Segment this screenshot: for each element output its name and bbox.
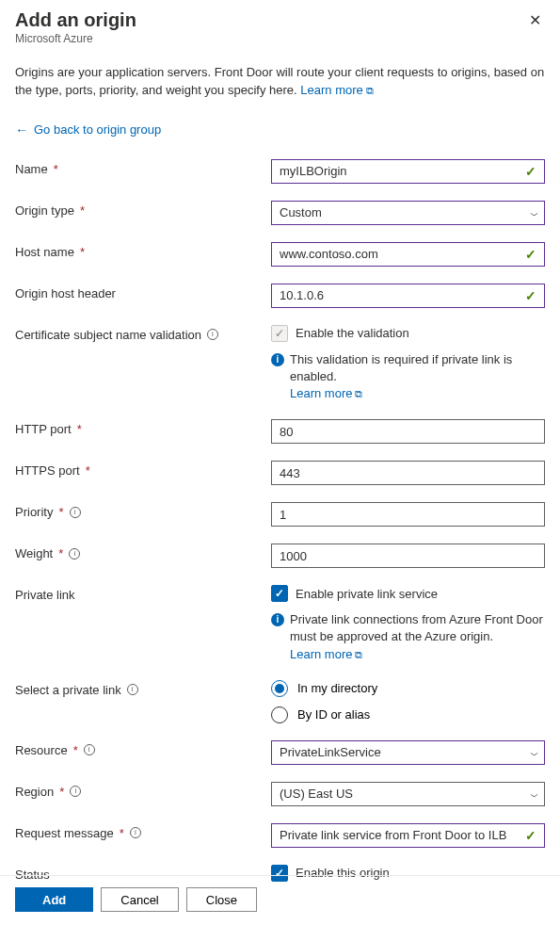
check-icon: ✓ — [525, 828, 536, 843]
info-icon[interactable]: i — [207, 329, 218, 340]
check-icon: ✓ — [525, 164, 536, 179]
arrow-left-icon: ← — [15, 122, 28, 138]
name-input[interactable]: myILBOrigin✓ — [271, 159, 545, 184]
weight-input[interactable]: 1000 — [271, 544, 545, 568]
info-circle-icon: i — [271, 613, 284, 626]
info-icon[interactable]: i — [69, 548, 80, 560]
resource-select[interactable]: PrivateLinkService⌵ — [271, 740, 545, 765]
select-private-link-label: Select a private link — [15, 683, 121, 697]
chevron-down-icon: ⌵ — [530, 207, 538, 218]
close-icon[interactable]: ✕ — [525, 9, 545, 32]
panel-subtitle: Microsoft Azure — [15, 32, 136, 45]
radio-in-my-directory[interactable]: In my directory — [271, 680, 545, 697]
chevron-down-icon: ⌵ — [530, 788, 538, 799]
name-label: Name — [15, 162, 48, 176]
validation-info-text: This validation is required if private l… — [290, 352, 512, 383]
origin-host-header-input[interactable]: 10.1.0.6✓ — [271, 284, 545, 308]
origin-type-select[interactable]: Custom⌵ — [271, 201, 545, 225]
cancel-button[interactable]: Cancel — [101, 887, 178, 912]
back-to-origin-group-link[interactable]: ← Go back to origin group — [15, 122, 161, 138]
cert-validation-label: Certificate subject name validation — [15, 328, 201, 342]
host-name-label: Host name — [15, 245, 74, 259]
external-link-icon: ⧉ — [355, 388, 362, 399]
external-link-icon: ⧉ — [366, 85, 374, 96]
https-port-input[interactable]: 443 — [271, 461, 545, 485]
region-label: Region — [15, 785, 54, 799]
http-port-input[interactable]: 80 — [271, 419, 545, 444]
chevron-down-icon: ⌵ — [530, 747, 538, 757]
info-icon[interactable]: i — [70, 786, 81, 797]
info-icon[interactable]: i — [127, 684, 138, 695]
add-button[interactable]: Add — [15, 887, 93, 912]
panel-title: Add an origin — [15, 9, 136, 31]
check-icon: ✓ — [525, 247, 536, 262]
enable-private-link-checkbox[interactable]: ✓ — [271, 585, 288, 602]
request-message-label: Request message — [15, 826, 114, 840]
learn-more-link[interactable]: Learn more⧉ — [300, 83, 373, 97]
request-message-input[interactable]: Private link service from Front Door to … — [271, 823, 545, 848]
private-link-learn-more-link[interactable]: Learn more⧉ — [290, 647, 362, 661]
radio-by-id-or-alias[interactable]: By ID or alias — [271, 706, 545, 723]
origin-type-label: Origin type — [15, 203, 74, 218]
enable-validation-checkbox[interactable]: ✓ — [271, 325, 288, 342]
origin-host-header-label: Origin host header — [15, 286, 116, 300]
private-link-info-text: Private link connections from Azure Fron… — [290, 612, 543, 643]
weight-label: Weight — [15, 546, 53, 560]
region-select[interactable]: (US) East US⌵ — [271, 782, 545, 806]
info-circle-icon: i — [271, 353, 284, 366]
priority-input[interactable]: 1 — [271, 502, 545, 527]
close-button[interactable]: Close — [186, 887, 257, 912]
host-name-input[interactable]: www.contoso.com✓ — [271, 242, 545, 267]
http-port-label: HTTP port — [15, 422, 72, 436]
https-port-label: HTTPS port — [15, 463, 80, 478]
info-icon[interactable]: i — [130, 827, 141, 838]
validation-learn-more-link[interactable]: Learn more⧉ — [290, 386, 362, 400]
info-icon[interactable]: i — [70, 507, 81, 518]
enable-validation-label: Enable the validation — [296, 326, 409, 340]
resource-label: Resource — [15, 743, 68, 757]
info-icon[interactable]: i — [84, 744, 95, 755]
check-icon: ✓ — [525, 288, 536, 303]
private-link-label: Private link — [15, 588, 75, 602]
priority-label: Priority — [15, 505, 53, 519]
external-link-icon: ⧉ — [355, 649, 362, 660]
description-text: Origins are your application servers. Fr… — [15, 64, 545, 100]
enable-private-link-label: Enable private link service — [296, 587, 438, 601]
